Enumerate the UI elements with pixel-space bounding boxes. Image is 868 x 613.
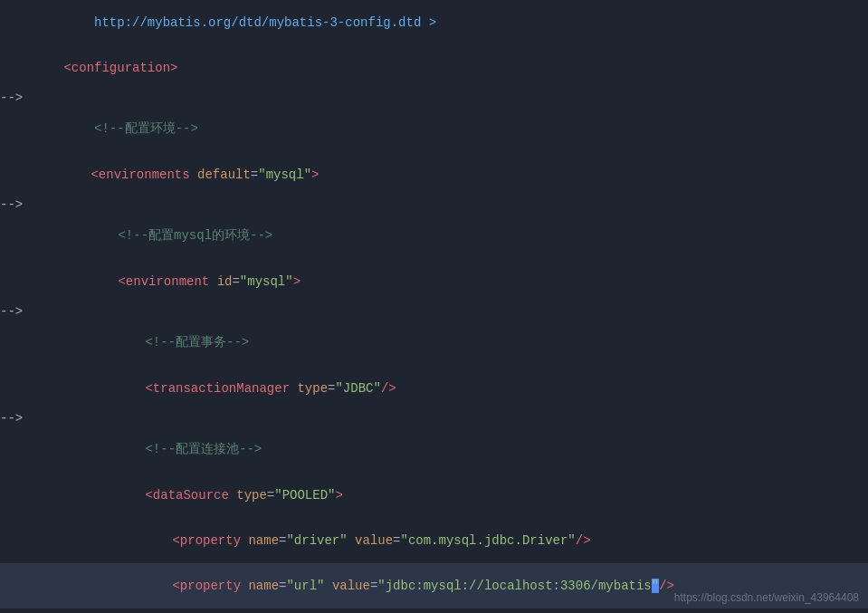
tag-property-driver-close: /> xyxy=(576,533,591,548)
line-content-7: <!--配置事务--> xyxy=(11,320,868,365)
tag-property-url: <property xyxy=(172,579,248,593)
tag-datasource-close-bracket: > xyxy=(335,488,342,503)
tag-transaction-mgr-close: /> xyxy=(381,381,396,396)
tag-environments-close-bracket: > xyxy=(311,168,319,182)
attr-type-jdbc: type xyxy=(297,381,328,396)
equals-4: = xyxy=(267,488,274,503)
comment-mysql-env: <!--配置mysql的环境--> xyxy=(118,228,272,243)
equals-1: = xyxy=(251,168,258,182)
line-content-4: <environments default="mysql"> xyxy=(11,153,868,196)
attr-name-url: name xyxy=(248,579,279,593)
tag-environments: <environments xyxy=(91,168,197,182)
line-content-2: <configuration> xyxy=(11,46,868,90)
val-driver-class: "com.mysql.jdbc.Driver" xyxy=(401,533,576,548)
tag-prop-space-1 xyxy=(348,533,355,548)
comment-pool: <!--配置连接池--> xyxy=(145,442,262,456)
tag-configuration-open: <configuration> xyxy=(63,61,177,75)
tag-environment: <environment xyxy=(118,274,216,289)
tag-property-driver: <property xyxy=(172,533,248,548)
line-content-11: <property name="driver" value="com.mysql… xyxy=(11,519,868,562)
line-content-13: <property name="username" value="root"/> xyxy=(11,609,868,613)
tag-property-url-close: /> xyxy=(659,579,674,593)
line-content-1: http://mybatis.org/dtd/mybatis-3-config.… xyxy=(11,1,868,44)
code-line-1: http://mybatis.org/dtd/mybatis-3-config.… xyxy=(0,0,868,45)
line-content-3: <!--配置环境--> xyxy=(11,106,868,151)
line-content-5: <!--配置mysql的环境--> xyxy=(11,213,868,258)
val-url-name: "url" xyxy=(286,579,324,593)
code-line-3: <!--配置环境--> xyxy=(0,105,868,152)
code-line-11: <property name="driver" value="com.mysql… xyxy=(0,518,868,563)
val-url-open-quote: " xyxy=(377,579,385,593)
val-jdbc: "JDBC" xyxy=(335,381,380,396)
code-line-13: <property name="username" value="root"/> xyxy=(0,608,868,613)
code-line-6: <environment id="mysql"> xyxy=(0,259,868,304)
line-content-6: <environment id="mysql"> xyxy=(11,260,868,303)
cursor-indicator: " xyxy=(652,579,659,593)
attr-value-url: value xyxy=(332,579,370,593)
tag-datasource: <dataSource xyxy=(145,488,236,503)
val-url-value: jdbc:mysql://localhost:3306/mybatis xyxy=(386,579,652,593)
line-content-8: <transactionManager type="JDBC"/> xyxy=(11,367,868,410)
val-mysql-id: "mysql" xyxy=(240,274,293,289)
line-content-9: <!--配置连接池--> xyxy=(11,426,868,472)
comment-transaction: <!--配置事务--> xyxy=(145,335,249,350)
code-line-2: <configuration> xyxy=(0,45,868,91)
code-line-4: <environments default="mysql"> xyxy=(0,152,868,197)
attr-value-driver: value xyxy=(355,533,393,548)
attr-name-driver: name xyxy=(248,533,279,548)
tag-prop-space-2 xyxy=(324,579,331,593)
attr-type-pooled: type xyxy=(236,488,267,503)
code-line-10: <dataSource type="POOLED"> xyxy=(0,473,868,518)
code-line-5: <!--配置mysql的环境--> xyxy=(0,212,868,259)
code-line-9: <!--配置连接池--> xyxy=(0,426,868,473)
url-text-1: http://mybatis.org/dtd/mybatis-3-config.… xyxy=(63,15,436,30)
val-pooled: "POOLED" xyxy=(274,488,335,503)
code-editor: http://mybatis.org/dtd/mybatis-3-config.… xyxy=(0,0,868,613)
tag-environment-close-bracket: > xyxy=(293,274,300,289)
comment-env: <!--配置环境--> xyxy=(63,121,197,136)
attr-default: default xyxy=(197,168,251,182)
equals-6: = xyxy=(393,533,400,548)
code-line-8: <transactionManager type="JDBC"/> xyxy=(0,366,868,411)
tag-transaction-mgr: <transactionManager xyxy=(145,381,297,396)
line-content-10: <dataSource type="POOLED"> xyxy=(11,474,868,517)
watermark: https://blog.csdn.net/weixin_43964408 xyxy=(674,591,859,604)
val-mysql: "mysql" xyxy=(258,168,311,182)
equals-2: = xyxy=(232,274,239,289)
val-driver-name: "driver" xyxy=(286,533,347,548)
attr-id: id xyxy=(217,274,233,289)
code-line-7: <!--配置事务--> xyxy=(0,319,868,366)
